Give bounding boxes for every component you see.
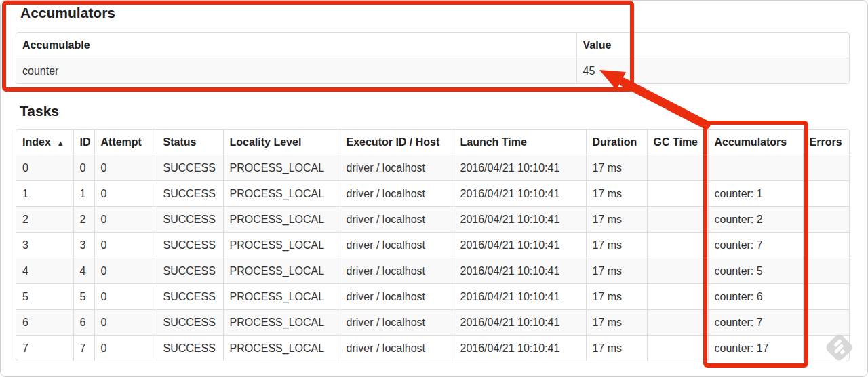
- column-header-index[interactable]: Index▲: [16, 130, 73, 155]
- table-cell: driver / localhost: [340, 258, 454, 284]
- column-header-label: Executor ID / Host: [347, 136, 440, 148]
- table-cell: SUCCESS: [157, 336, 223, 361]
- table-cell: [803, 233, 849, 258]
- column-header-label: Index: [22, 136, 51, 148]
- table-cell: 0: [94, 207, 157, 233]
- table-cell: SUCCESS: [157, 284, 223, 310]
- table-cell: 0: [94, 181, 157, 207]
- table-cell: 2016/04/21 10:10:41: [454, 258, 586, 284]
- table-cell: PROCESS_LOCAL: [223, 155, 340, 181]
- sort-ascending-icon: ▲: [57, 139, 64, 147]
- table-cell: [647, 310, 708, 336]
- table-cell: 17 ms: [586, 233, 647, 258]
- column-header-label: GC Time: [654, 136, 698, 148]
- table-cell: SUCCESS: [157, 181, 223, 207]
- column-header-attempt[interactable]: Attempt: [94, 130, 157, 155]
- column-header-label: Locality Level: [230, 136, 302, 148]
- tasks-table: Index▲IDAttemptStatusLocality LevelExecu…: [16, 129, 850, 361]
- table-cell: [647, 258, 708, 284]
- table-cell: driver / localhost: [340, 233, 454, 258]
- table-cell: counter: 7: [708, 233, 803, 258]
- table-cell: 0: [94, 336, 157, 361]
- table-cell: 0: [94, 155, 157, 181]
- table-cell: driver / localhost: [340, 207, 454, 233]
- table-cell: SUCCESS: [157, 258, 223, 284]
- column-header-accumulators[interactable]: Accumulators: [708, 130, 803, 155]
- column-header-locality-level[interactable]: Locality Level: [223, 130, 340, 155]
- column-header-label: Status: [163, 136, 197, 148]
- column-header-gc-time[interactable]: GC Time: [647, 130, 708, 155]
- table-cell: 2: [16, 207, 73, 233]
- column-header-label: Launch Time: [460, 136, 527, 148]
- table-cell: 7: [16, 336, 73, 361]
- accumulators-section-title: Accumulators: [20, 5, 115, 21]
- table-cell: counter: 5: [708, 258, 803, 284]
- table-cell: 17 ms: [586, 336, 647, 361]
- table-cell: 0: [16, 155, 73, 181]
- table-cell: 3: [16, 233, 73, 258]
- table-cell: 45: [576, 58, 849, 84]
- table-cell: 0: [94, 284, 157, 310]
- column-header-executor-id-host[interactable]: Executor ID / Host: [340, 130, 454, 155]
- column-header-duration[interactable]: Duration: [586, 130, 647, 155]
- table-cell: driver / localhost: [340, 284, 454, 310]
- column-header-label: Accumulators: [715, 136, 787, 148]
- table-cell: PROCESS_LOCAL: [223, 233, 340, 258]
- table-cell: [803, 258, 849, 284]
- table-cell: [647, 181, 708, 207]
- table-cell: 0: [94, 258, 157, 284]
- table-cell: PROCESS_LOCAL: [223, 207, 340, 233]
- table-cell: driver / localhost: [340, 310, 454, 336]
- table-cell: counter: 1: [708, 181, 803, 207]
- column-header-errors[interactable]: Errors: [803, 130, 849, 155]
- table-cell: driver / localhost: [340, 155, 454, 181]
- table-cell: 2016/04/21 10:10:41: [454, 155, 586, 181]
- table-row: 770SUCCESSPROCESS_LOCALdriver / localhos…: [16, 336, 849, 361]
- table-cell: counter: 17: [708, 336, 803, 361]
- table-cell: 1: [16, 181, 73, 207]
- table-row: 110SUCCESSPROCESS_LOCALdriver / localhos…: [16, 181, 849, 207]
- column-header-id[interactable]: ID: [73, 130, 94, 155]
- column-header-status[interactable]: Status: [157, 130, 223, 155]
- table-cell: 17 ms: [586, 181, 647, 207]
- table-cell: [803, 310, 849, 336]
- table-cell: counter: 7: [708, 310, 803, 336]
- column-header-label: Errors: [810, 136, 842, 148]
- table-cell: driver / localhost: [340, 181, 454, 207]
- table-cell: 2016/04/21 10:10:41: [454, 207, 586, 233]
- table-cell: [647, 155, 708, 181]
- table-cell: [647, 207, 708, 233]
- table-cell: 2016/04/21 10:10:41: [454, 233, 586, 258]
- column-header-launch-time[interactable]: Launch Time: [454, 130, 586, 155]
- table-cell: 5: [73, 284, 94, 310]
- table-cell: 6: [16, 310, 73, 336]
- column-header-label: Duration: [593, 136, 637, 148]
- table-row: 440SUCCESSPROCESS_LOCALdriver / localhos…: [16, 258, 849, 284]
- table-cell: 2016/04/21 10:10:41: [454, 284, 586, 310]
- table-cell: [803, 284, 849, 310]
- column-header-label: ID: [80, 136, 91, 148]
- table-cell: [803, 207, 849, 233]
- table-cell: SUCCESS: [157, 233, 223, 258]
- accumulators-table-header-row: AccumulableValue: [16, 33, 849, 58]
- accumulators-table: AccumulableValue counter45: [16, 32, 850, 84]
- table-cell: 17 ms: [586, 155, 647, 181]
- table-cell: SUCCESS: [157, 155, 223, 181]
- table-row: 220SUCCESSPROCESS_LOCALdriver / localhos…: [16, 207, 849, 233]
- table-cell: 0: [73, 155, 94, 181]
- table-cell: 6: [73, 310, 94, 336]
- tasks-section-title: Tasks: [20, 103, 59, 119]
- table-cell: driver / localhost: [340, 336, 454, 361]
- table-cell: 17 ms: [586, 258, 647, 284]
- watermark-stripe: [840, 349, 845, 355]
- table-cell: [803, 181, 849, 207]
- table-cell: 4: [16, 258, 73, 284]
- table-cell: 3: [73, 233, 94, 258]
- table-cell: 17 ms: [586, 284, 647, 310]
- table-cell: counter: 6: [708, 284, 803, 310]
- table-cell: counter: [16, 58, 576, 84]
- table-cell: 1: [73, 181, 94, 207]
- table-cell: 2016/04/21 10:10:41: [454, 181, 586, 207]
- table-row: counter45: [16, 58, 849, 84]
- table-cell: SUCCESS: [157, 310, 223, 336]
